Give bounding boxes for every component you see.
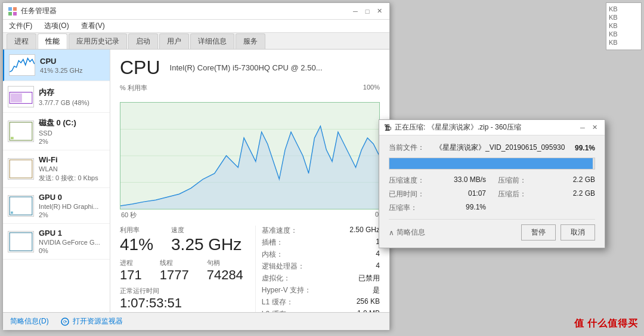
logical-value: 4 (376, 261, 380, 272)
virtualization-label: 虚拟化： (262, 273, 290, 283)
monitor-icon: ⟳ (61, 317, 69, 326)
title-bar-left: 任务管理器 (8, 6, 57, 16)
menu-view[interactable]: 查看(V) (79, 20, 107, 32)
tab-services[interactable]: 服务 (236, 33, 265, 49)
bottom-bar: 简略信息(D) ⟳ 打开资源监视器 (3, 312, 389, 330)
sidebar-item-gpu1[interactable]: GPU 1 NVIDIA GeForce G... 0% (3, 224, 110, 260)
title-text: 任务管理器 (21, 6, 57, 16)
handle-value: 74284 (207, 267, 243, 283)
compress-footer-buttons: 暂停 取消 (521, 224, 595, 241)
l2-row: L2 缓存： 1.0 MB (262, 309, 380, 312)
maximize-button[interactable]: □ (362, 6, 373, 17)
compress-before-label: 压缩前： (498, 175, 527, 186)
compress-time-value: 01:07 (468, 189, 486, 199)
wifi-mini-graph (8, 158, 34, 180)
gpu0-item-sub1: Intel(R) HD Graphi... (39, 203, 105, 210)
cpu-header: CPU Intel(R) Core(TM) i5-7300HQ CPU @ 2.… (120, 57, 380, 79)
minimize-button[interactable]: ─ (350, 6, 361, 17)
compress-stats-grid: 压缩速度： 33.0 MB/s 压缩前： 2.2 GB 已用时间： 01:07 … (389, 175, 595, 213)
svg-rect-3 (13, 12, 17, 16)
tab-processes[interactable]: 进程 (7, 33, 36, 49)
compress-brief-info[interactable]: ∧ 简略信息 (389, 227, 425, 238)
sidebar-item-wifi[interactable]: Wi-Fi WLAN 发送: 0 接收: 0 Kbps (3, 150, 110, 188)
tab-performance[interactable]: 性能 (38, 33, 67, 49)
memory-item-name: 内存 (39, 87, 105, 98)
svg-rect-1 (13, 7, 17, 11)
process-stat: 进程 171 (120, 258, 142, 283)
svg-rect-2 (8, 12, 12, 16)
compress-ratio-label: 压缩率： (389, 203, 417, 213)
task-manager-window: 任务管理器 ─ □ ✕ 文件(F) 选项(O) 查看(V) 进程 性能 应用历史… (2, 2, 390, 329)
chart-axis-bottom: 60 秒 0 (120, 211, 380, 220)
cores-label: 内核： (262, 249, 283, 260)
sockets-label: 插槽： (262, 238, 283, 248)
kb-panel: KB KB KB KB KB (606, 2, 642, 50)
stats-grid: 利用率 41% 速度 3.25 GHz 进程 171 (120, 226, 380, 312)
speed-value: 3.25 GHz (171, 235, 242, 255)
tab-users[interactable]: 用户 (159, 33, 189, 49)
sidebar-item-disk[interactable]: 磁盘 0 (C:) SSD 2% (3, 113, 110, 150)
thread-stat: 线程 1777 (160, 258, 189, 283)
progress-bar-container (389, 158, 595, 169)
logical-row: 逻辑处理器： 4 (262, 261, 380, 272)
brief-info-link[interactable]: 简略信息(D) (10, 316, 49, 326)
gpu0-mini-graph (8, 195, 34, 217)
uptime-value: 1:07:53:51 (120, 295, 243, 311)
compress-body: 当前文件： 《星星演说家》_VID_20190615_095930 99.1% … (379, 135, 605, 248)
sidebar: CPU 41% 3.25 GHz 内存 3.7/7.7 GB (48%) (3, 50, 110, 312)
brief-info-label: 简略信息 (397, 227, 425, 238)
gpu1-item-sub1: NVIDIA GeForce G... (39, 239, 105, 246)
menu-bar: 文件(F) 选项(O) 查看(V) (3, 20, 389, 33)
sidebar-item-memory[interactable]: 内存 3.7/7.7 GB (48%) (3, 81, 110, 113)
sidebar-item-cpu[interactable]: CPU 41% 3.25 GHz (3, 50, 110, 81)
title-controls: ─ □ ✕ (350, 6, 385, 17)
gpu1-item-name: GPU 1 (39, 229, 105, 238)
compress-dialog: 🗜 正在压缩: 《星星演说家》.zip - 360压缩 ─ ✕ 当前文件： 《星… (379, 119, 605, 248)
cores-row: 内核： 4 (262, 249, 380, 260)
process-label: 进程 (120, 258, 142, 267)
pause-button[interactable]: 暂停 (521, 224, 556, 241)
cpu-model: Intel(R) Core(TM) i5-7300HQ CPU @ 2.50..… (170, 63, 323, 72)
watermark: 值 什么值得买 (574, 317, 638, 330)
wifi-item-info: Wi-Fi WLAN 发送: 0 接收: 0 Kbps (39, 155, 105, 183)
compress-after-label: 压缩后： (498, 189, 527, 199)
compress-time-label: 已用时间： (389, 189, 425, 199)
uptime-label: 正常运行时间 (120, 286, 243, 295)
tab-startup[interactable]: 启动 (128, 33, 158, 49)
tab-details[interactable]: 详细信息 (190, 33, 234, 49)
stats-left: 利用率 41% 速度 3.25 GHz 进程 171 (120, 226, 255, 312)
wifi-item-name: Wi-Fi (39, 155, 105, 164)
compress-close-button[interactable]: ✕ (589, 122, 600, 133)
gpu0-item-name: GPU 0 (39, 193, 105, 202)
hyperv-value: 是 (373, 285, 380, 295)
chart-y-right: 100% (363, 84, 380, 93)
handle-stat: 句柄 74284 (207, 258, 243, 283)
sidebar-item-gpu0[interactable]: GPU 0 Intel(R) HD Graphi... 2% (3, 188, 110, 224)
gpu1-item-info: GPU 1 NVIDIA GeForce G... 0% (39, 229, 105, 254)
uptime-stat: 正常运行时间 1:07:53:51 (120, 286, 243, 311)
sockets-row: 插槽： 1 (262, 238, 380, 248)
disk-item-name: 磁盘 0 (C:) (39, 118, 105, 128)
tab-app-history[interactable]: 应用历史记录 (69, 33, 127, 49)
open-monitor-link[interactable]: ⟳ 打开资源监视器 (61, 316, 123, 326)
cores-value: 4 (376, 249, 380, 260)
cpu-item-name: CPU (40, 57, 105, 66)
kb-row-5: KB (609, 39, 639, 46)
specs-panel: 基准速度： 2.50 GHz 插槽： 1 内核： 4 逻辑处理器： 4 (255, 226, 380, 312)
chart-area: % 利用率 100% 60 秒 0 (120, 84, 380, 220)
virtualization-value: 已禁用 (358, 273, 380, 283)
util-label: 利用率 (120, 226, 153, 235)
disk-mini-graph (8, 121, 34, 142)
svg-rect-5 (11, 93, 22, 102)
menu-options[interactable]: 选项(O) (42, 20, 71, 32)
cancel-button[interactable]: 取消 (561, 224, 595, 241)
compress-minimize-button[interactable]: ─ (577, 122, 588, 133)
base-speed-label: 基准速度： (262, 226, 298, 236)
util-value: 41% (120, 235, 153, 255)
menu-file[interactable]: 文件(F) (7, 20, 35, 32)
title-bar: 任务管理器 ─ □ ✕ (3, 3, 389, 20)
cpu-item-info: CPU 41% 3.25 GHz (40, 57, 105, 74)
close-button[interactable]: ✕ (374, 6, 385, 17)
main-content: CPU Intel(R) Core(TM) i5-7300HQ CPU @ 2.… (110, 50, 389, 312)
compress-speed-value: 33.0 MB/s (454, 175, 486, 186)
